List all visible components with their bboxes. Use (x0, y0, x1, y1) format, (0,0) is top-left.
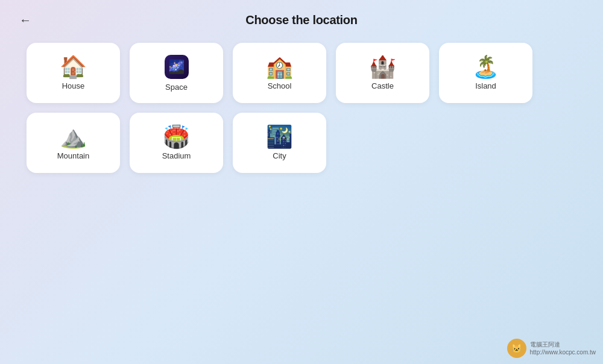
location-card-city[interactable]: 🌃 City (233, 113, 326, 173)
grid-row-2: ⛰️ Mountain 🏟️ Stadium 🌃 City (27, 113, 576, 173)
back-button[interactable]: ← (14, 11, 36, 30)
mountain-icon: ⛰️ (60, 126, 87, 148)
island-icon: 🏝️ (472, 56, 499, 78)
location-card-island[interactable]: 🏝️ Island (439, 43, 532, 103)
watermark-icon: 🐱 (507, 339, 526, 358)
page-title: Choose the location (245, 13, 357, 27)
house-label: House (62, 81, 85, 90)
mountain-label: Mountain (57, 151, 89, 160)
space-label: Space (165, 83, 188, 92)
location-card-school[interactable]: 🏫 School (233, 43, 326, 103)
grid-row-1: 🏠 House 🌌 Space 🏫 School 🏰 Castle 🏝️ Isl… (27, 43, 576, 103)
school-label: School (268, 81, 292, 90)
space-icon: 🌌 (165, 55, 189, 79)
watermark: 🐱 電腦王阿達 http://www.kocpc.com.tw (507, 339, 596, 358)
location-card-stadium[interactable]: 🏟️ Stadium (130, 113, 223, 173)
location-card-mountain[interactable]: ⛰️ Mountain (27, 113, 120, 173)
location-card-space[interactable]: 🌌 Space (130, 43, 223, 103)
island-label: Island (475, 81, 496, 90)
house-icon: 🏠 (60, 56, 87, 78)
school-icon: 🏫 (266, 56, 293, 78)
city-label: City (273, 151, 286, 160)
watermark-text: 電腦王阿達 http://www.kocpc.com.tw (530, 340, 596, 356)
location-card-castle[interactable]: 🏰 Castle (336, 43, 429, 103)
watermark-url: http://www.kocpc.com.tw (530, 348, 596, 356)
location-grid: 🏠 House 🌌 Space 🏫 School 🏰 Castle 🏝️ Isl… (0, 37, 603, 185)
location-card-house[interactable]: 🏠 House (27, 43, 120, 103)
castle-icon: 🏰 (369, 56, 396, 78)
city-icon: 🌃 (266, 126, 293, 148)
castle-label: Castle (371, 81, 394, 90)
page-header: ← Choose the location (0, 0, 603, 37)
stadium-icon: 🏟️ (163, 126, 190, 148)
stadium-label: Stadium (162, 151, 191, 160)
watermark-brand: 電腦王阿達 (530, 340, 596, 348)
